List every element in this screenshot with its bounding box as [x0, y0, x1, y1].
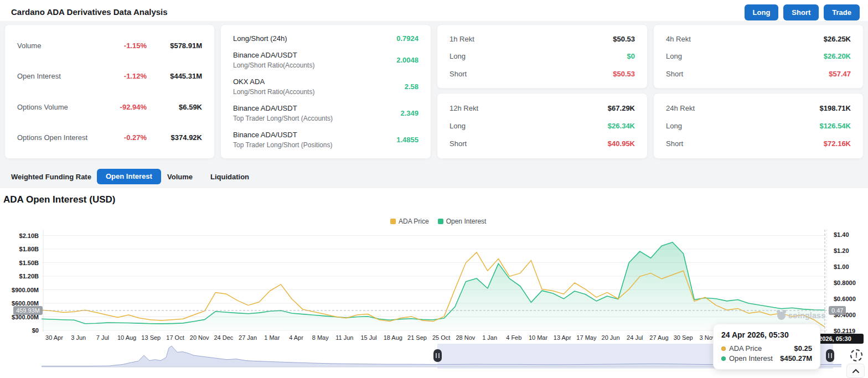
- ratio-row-binance-top-positions: Binance ADA/USDT Top Trader Long/Short (…: [233, 131, 418, 149]
- ratio-sublabel: Long/Short Ratio(Accounts): [233, 61, 396, 69]
- rekt-total: $67.29K: [608, 104, 635, 112]
- tab-open-interest[interactable]: Open Interest: [97, 169, 161, 184]
- navigator-right-handle[interactable]: [826, 349, 834, 362]
- stat-change: -1.12%: [97, 72, 147, 80]
- ratio-value: 2.58: [405, 82, 418, 91]
- tab-weighted-funding-rate[interactable]: Weighted Funding Rate: [11, 173, 91, 181]
- stat-row-options-open-interest: Options Open Interest -0.27% $374.92K: [17, 133, 202, 142]
- ratio-row-24h: Long/Short (24h) 0.7924: [233, 34, 418, 43]
- ratio-value: 0.7924: [396, 34, 418, 43]
- rekt-card-12h: 12h Rekt$67.29K Long$26.34K Short$40.95K: [437, 93, 648, 159]
- x-axis-tick-label: 24 Dec: [214, 334, 233, 341]
- x-axis-tick-label: 27 Aug: [649, 334, 668, 341]
- x-axis-tick-label: 30 Sep: [674, 334, 693, 341]
- volume-stats-card: Volume -1.15% $578.91M Open Interest -1.…: [4, 24, 215, 159]
- stat-label: Options Volume: [17, 103, 97, 111]
- chart-legend: ADA Price Open Interest: [390, 218, 486, 225]
- ratio-sublabel: Top Trader Long/Short (Positions): [233, 141, 396, 149]
- x-axis-tick-label: 30 Apr: [45, 334, 63, 341]
- stat-change: -0.27%: [97, 133, 147, 142]
- tab-volume[interactable]: Volume: [167, 173, 193, 181]
- ratio-row-okx-accounts: OKX ADA Long/Short Ratio(Accounts) 2.58: [233, 77, 418, 96]
- left-axis-tick-label: $2.10B: [3, 232, 39, 239]
- legend-label: ADA Price: [399, 218, 429, 225]
- right-axis-tick-label: $1.00: [834, 263, 849, 270]
- x-axis-tick-label: 4 Apr: [289, 334, 303, 341]
- long-short-ratio-card: Long/Short (24h) 0.7924 Binance ADA/USDT…: [220, 24, 431, 159]
- x-axis-tick-label: 13 Sep: [141, 334, 161, 341]
- long-button[interactable]: Long: [745, 4, 779, 20]
- legend-label: Open Interest: [446, 218, 487, 225]
- ratio-name: OKX ADA: [233, 77, 405, 86]
- x-axis-tick-label: 20 Jun: [602, 334, 620, 341]
- x-axis-tick-label: 13 Apr: [554, 334, 571, 341]
- x-axis-tick-label: 17 Oct: [166, 334, 184, 341]
- rekt-long-value: $126.54K: [820, 122, 851, 130]
- x-axis-tick-label: 8 May: [312, 334, 329, 341]
- x-axis-tick-label: 20 Nov: [190, 334, 209, 341]
- rekt-card-4h: 4h Rekt$26.25K Long$26.20K Short$57.47: [653, 24, 864, 89]
- x-axis-tick-label: 10 Mar: [529, 334, 547, 341]
- ratio-name: Binance ADA/USDT: [233, 104, 400, 112]
- coinglass-logo-icon: [777, 312, 786, 320]
- tooltip-value: $450.27M: [780, 354, 812, 363]
- stat-change: -1.15%: [97, 42, 147, 50]
- short-button[interactable]: Short: [783, 4, 819, 20]
- ratio-row-binance-top-accounts: Binance ADA/USDT Top Trader Long/Short (…: [233, 104, 418, 122]
- stat-change: -92.94%: [97, 103, 147, 111]
- stat-value: $445.31M: [147, 72, 202, 80]
- left-axis-tick-label: $1.20B: [3, 273, 39, 279]
- ratio-name: Binance ADA/USDT: [233, 131, 396, 139]
- x-axis-tick-label: 11 Jun: [335, 334, 353, 341]
- chevron-up-icon: [852, 369, 860, 374]
- open-interest-swatch-icon: [438, 219, 443, 224]
- legend-item-ada-price[interactable]: ADA Price: [390, 218, 429, 225]
- chart-settings-icon[interactable]: !: [850, 349, 862, 361]
- left-axis-crosshair-badge: 459.93M: [13, 306, 43, 315]
- trade-button[interactable]: Trade: [824, 4, 860, 20]
- x-axis-tick-label: 1 Mar: [264, 334, 280, 341]
- rekt-long-label: Long: [666, 52, 824, 60]
- rekt-long-value: $26.20K: [824, 52, 851, 60]
- header-actions: Long Short Trade: [745, 4, 860, 20]
- tooltip-label: Open Interest: [729, 354, 780, 363]
- collapse-panel-button[interactable]: [846, 364, 865, 378]
- x-axis-tick-label: 4 Feb: [506, 334, 521, 341]
- stat-label: Open Interest: [17, 72, 97, 80]
- page-title: Cardano ADA Derivatives Data Analysis: [11, 7, 168, 17]
- left-axis-tick-label: $1.80B: [3, 246, 39, 252]
- x-axis-tick-label: 3 Jun: [71, 334, 86, 341]
- coinglass-watermark: coinglass: [777, 311, 825, 320]
- tab-liquidation[interactable]: Liquidation: [210, 173, 249, 181]
- navigator-left-handle[interactable]: [433, 349, 442, 362]
- x-axis-tick-label: 28 Nov: [456, 334, 475, 341]
- rekt-total: $26.25K: [824, 35, 851, 43]
- rekt-short-value: $40.95K: [608, 139, 635, 148]
- right-axis-tick-label: $0.8000: [834, 279, 856, 286]
- legend-item-open-interest[interactable]: Open Interest: [438, 218, 487, 225]
- x-axis-tick-label: 17 May: [576, 334, 596, 341]
- ada-price-swatch-icon: [390, 219, 396, 224]
- stat-label: Options Open Interest: [17, 133, 97, 142]
- ratio-sublabel: Long/Short Ratio(Accounts): [233, 88, 405, 96]
- rekt-long-value: $0: [627, 52, 635, 60]
- right-axis-tick-label: $1.40: [834, 231, 849, 238]
- left-axis-tick-label: $900.00M: [3, 287, 39, 293]
- stat-row-open-interest: Open Interest -1.12% $445.31M: [17, 72, 202, 80]
- rekt-short-label: Short: [666, 139, 824, 148]
- ratio-value: 2.0048: [396, 56, 418, 64]
- rekt-total: $198.71K: [820, 104, 851, 112]
- rekt-short-value: $72.16K: [824, 139, 851, 148]
- stat-label: Volume: [17, 42, 97, 50]
- chart-tooltip: 24 Apr 2026, 05:30 ADA Price $0.25 Open …: [713, 324, 820, 370]
- rekt-short-label: Short: [450, 70, 613, 78]
- rekt-short-label: Short: [450, 139, 608, 148]
- x-axis-tick-label: 24 Jul: [627, 334, 643, 341]
- right-axis-tick-label: $1.20: [834, 247, 849, 254]
- ratio-name: Long/Short (24h): [233, 34, 287, 43]
- rekt-title: 12h Rekt: [450, 104, 608, 112]
- rekt-long-label: Long: [450, 122, 608, 130]
- rekt-short-label: Short: [666, 70, 829, 78]
- rekt-title: 4h Rekt: [666, 35, 824, 43]
- open-interest-dot-icon: [721, 356, 726, 361]
